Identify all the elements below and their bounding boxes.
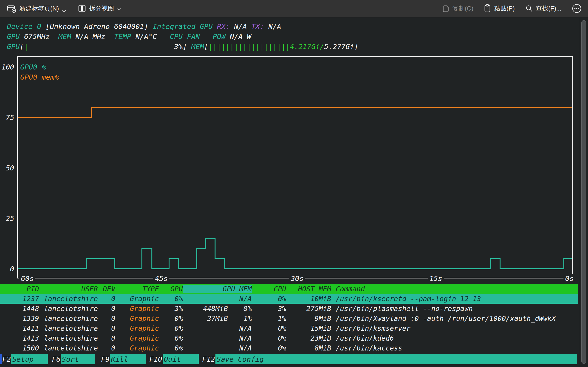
text-segment: GPU — [7, 32, 24, 41]
text-segment: MEM — [58, 32, 76, 41]
table-cell: lancelotshire — [39, 305, 98, 313]
windows-terminal-window: 新建标签页(N) 拆分视图 — [0, 0, 588, 367]
table-cell: 448MiB — [183, 305, 228, 313]
chart-plot-area — [18, 57, 572, 278]
copy-label: 复制(C) — [452, 4, 473, 13]
table-cell: 10MiB — [286, 295, 331, 303]
gpu-mem-gauge-line: GPU[| 3%] MEM[|||||||||||||||||||4.217Gi… — [7, 42, 358, 52]
chevron-down-icon[interactable] — [117, 8, 121, 10]
text-segment: N/A W — [230, 32, 251, 41]
table-cell: 1448 — [0, 305, 39, 313]
y-tick-label: 0 — [0, 264, 14, 274]
table-cell: Graphic — [115, 344, 159, 352]
fkey-action-sort[interactable]: Sort — [61, 354, 95, 364]
fkey-action-quit[interactable]: Quit — [163, 354, 199, 364]
process-row-1448[interactable]: 1448lancelotshire0Graphic3%448MiB8%3%275… — [0, 304, 578, 314]
table-cell: 1500 — [0, 344, 39, 352]
table-cell: TYPE — [115, 285, 159, 293]
table-cell: /usr/bin/kded6 — [331, 334, 578, 342]
table-cell: lancelotshire — [39, 295, 98, 303]
new-tab-icon — [7, 4, 16, 13]
sort-column-header: GPU MEM — [183, 285, 252, 293]
table-cell: 0% — [252, 334, 286, 342]
text-segment: Integrated GPU — [153, 22, 217, 31]
more-options-icon — [572, 4, 582, 13]
fkey-action-setup[interactable]: Setup — [11, 354, 48, 364]
series-gpu0-mem- — [18, 107, 572, 117]
chevron-down-icon[interactable] — [62, 10, 66, 12]
process-row-1411[interactable]: 1411lancelotshire0Graphic0%N/A0%15MiB/us… — [0, 323, 578, 333]
process-row-1500[interactable]: 1500lancelotshire0Graphic0%N/A0%8MiB/usr… — [0, 343, 578, 353]
table-cell: 0% — [159, 315, 183, 323]
table-cell: /usr/bin/plasmashell --no-respawn — [331, 305, 578, 313]
y-tick-label: 100 — [0, 62, 14, 72]
table-cell: lancelotshire — [39, 315, 98, 323]
table-cell: Command — [331, 285, 578, 293]
table-cell: PID — [0, 285, 39, 293]
process-row-1237[interactable]: 1237lancelotshire0Graphic0%N/A0%10MiB/us… — [0, 294, 578, 304]
table-cell: 8% — [228, 305, 252, 313]
new-tab-label: 新建标签页(N) — [19, 4, 59, 13]
fkey-action-kill[interactable]: Kill — [110, 354, 146, 364]
table-cell: 1% — [252, 315, 286, 323]
fkey-action-save-config[interactable]: Save Config — [216, 354, 577, 364]
table-cell: N/A — [228, 334, 252, 342]
process-row-1413[interactable]: 1413lancelotshire0Graphic0%N/A0%23MiB/us… — [0, 333, 578, 343]
scrollbar-thumb[interactable] — [581, 20, 586, 364]
table-cell: lancelotshire — [39, 344, 98, 352]
y-tick-label: 75 — [0, 112, 14, 123]
text-segment: | — [24, 42, 28, 51]
fkey-label-f12: F12 — [202, 354, 216, 364]
table-cell: 1% — [228, 315, 252, 323]
text-segment: [ — [20, 42, 24, 51]
copy-button[interactable]: 复制(C) — [442, 4, 473, 13]
paste-label: 粘贴(P) — [494, 4, 515, 13]
table-cell: Graphic — [115, 305, 159, 313]
search-icon — [525, 5, 533, 12]
x-tick-label: 45s — [153, 274, 169, 283]
text-segment: N/A MHz — [76, 32, 114, 41]
table-cell: N/A — [228, 344, 252, 352]
table-cell: 8MiB — [286, 344, 331, 352]
text-segment: RX: — [217, 22, 234, 31]
table-cell: 0 — [98, 334, 115, 342]
x-tick-label: 30s — [289, 274, 305, 283]
gpu-stats-line: GPU 675MHz MEM N/A MHz TEMP N/A°C CPU-FA… — [7, 31, 251, 42]
table-cell: 0 — [98, 344, 115, 352]
copy-icon — [442, 4, 449, 13]
table-cell: /usr/bin/Xwayland :0 -auth /run/user/100… — [331, 315, 578, 323]
title-bar-left-group: 新建标签页(N) 拆分视图 — [7, 0, 121, 17]
table-cell: Graphic — [115, 295, 159, 303]
title-bar-right-group: 复制(C) 粘贴(P) 查找(F)... — [442, 0, 582, 17]
table-cell: N/A — [228, 295, 252, 303]
table-cell: 0% — [252, 344, 286, 352]
new-tab-button[interactable]: 新建标签页(N) — [7, 4, 66, 13]
table-cell: 0% — [252, 295, 286, 303]
table-cell: 1237 — [0, 295, 39, 303]
table-cell: 9MiB — [286, 315, 331, 323]
title-bar: 新建标签页(N) 拆分视图 — [0, 0, 588, 17]
split-view-button[interactable]: 拆分视图 — [78, 4, 121, 13]
paste-button[interactable]: 粘贴(P) — [484, 4, 515, 13]
find-button[interactable]: 查找(F)... — [525, 4, 561, 13]
table-cell: 0 — [98, 324, 115, 332]
table-cell: /usr/bin/ksecretd --pam-login 12 13 — [331, 295, 578, 303]
x-tick-label: 0s — [563, 274, 575, 283]
table-cell: 3% — [159, 305, 183, 313]
table-cell: /usr/bin/ksmserver — [331, 324, 578, 332]
more-options-button[interactable] — [572, 4, 582, 13]
text-segment: N/A — [234, 22, 251, 31]
text-segment: MEM — [191, 42, 204, 51]
text-segment: TX: — [251, 22, 268, 31]
fkey-label-f9: F9 — [101, 354, 110, 364]
text-segment: TEMP — [114, 32, 136, 41]
device-info-line: Device 0 [Unknown Adreno 6040001] Integr… — [7, 21, 281, 31]
text-segment: Device 0 — [7, 22, 45, 31]
table-cell: 1413 — [0, 334, 39, 342]
table-cell: lancelotshire — [39, 334, 98, 342]
process-row-1339[interactable]: 1339lancelotshire0Graphic0%37MiB1%1%9MiB… — [0, 314, 578, 323]
text-segment: 3%] — [28, 42, 191, 51]
split-view-label: 拆分视图 — [89, 4, 114, 13]
y-tick-label: 50 — [0, 163, 14, 173]
table-cell: Graphic — [115, 324, 159, 332]
